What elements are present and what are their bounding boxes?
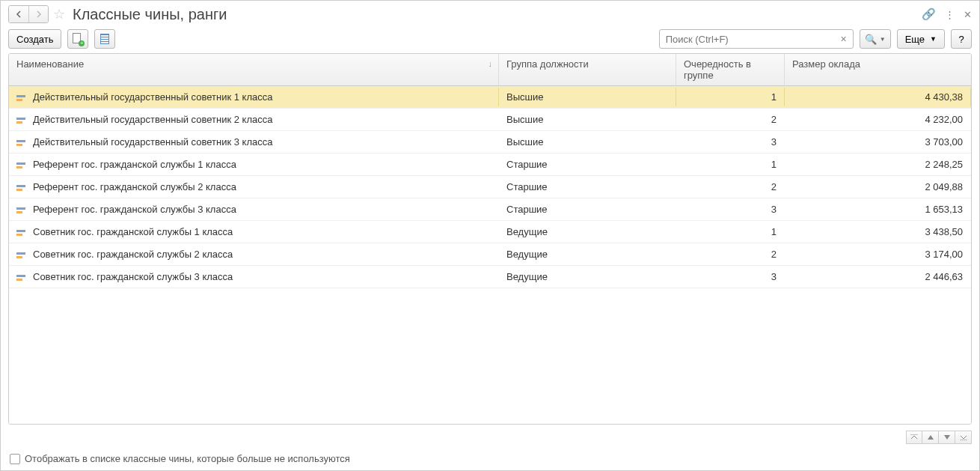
cell-salary: 2 049,88 xyxy=(785,177,971,196)
cell-salary: 4 232,00 xyxy=(785,110,971,129)
cell-salary: 4 430,38 xyxy=(785,88,971,106)
arrow-left-icon xyxy=(15,10,22,18)
magnify-icon: 🔍 xyxy=(865,34,877,45)
pager-up-button[interactable] xyxy=(922,431,939,444)
column-header-salary[interactable]: Размер оклада xyxy=(785,54,971,85)
pager-first-button[interactable] xyxy=(906,431,922,444)
page-title: Классные чины, ранги xyxy=(73,6,227,23)
cell-group: Высшие xyxy=(499,110,676,129)
column-header-name[interactable]: Наименование ↓ xyxy=(9,54,499,85)
show-obsolete-checkbox[interactable] xyxy=(10,454,20,464)
favorite-star-icon[interactable]: ☆ xyxy=(53,6,65,22)
cell-order: 1 xyxy=(676,222,785,241)
search-field-wrap: × xyxy=(659,29,854,49)
column-header-order[interactable]: Очередность в группе xyxy=(676,54,785,85)
forward-button[interactable] xyxy=(28,6,48,22)
table-row[interactable]: Действительный государственный советник … xyxy=(9,131,971,154)
cell-name-text: Референт гос. гражданской службы 2 класс… xyxy=(33,181,236,192)
document-copy-icon: + xyxy=(73,33,83,45)
pager-first-icon xyxy=(910,434,918,440)
cell-salary: 3 174,00 xyxy=(785,245,971,264)
table-row[interactable]: Советник гос. гражданской службы 3 класс… xyxy=(9,266,971,288)
cell-order: 3 xyxy=(676,267,785,286)
help-button[interactable]: ? xyxy=(951,29,972,49)
cell-group: Высшие xyxy=(499,88,676,106)
toolbar: Создать + × 🔍 ▼ Еще ▼ ? xyxy=(1,25,979,53)
cell-name: Референт гос. гражданской службы 3 класс… xyxy=(9,200,499,219)
search-clear-icon[interactable]: × xyxy=(837,33,849,45)
row-item-icon xyxy=(16,162,27,168)
row-item-icon xyxy=(16,185,27,191)
cell-name-text: Референт гос. гражданской службы 1 класс… xyxy=(33,159,236,170)
cell-group: Высшие xyxy=(499,133,676,151)
more-actions-button[interactable]: Еще ▼ xyxy=(897,29,945,49)
table-row[interactable]: Советник гос. гражданской службы 2 класс… xyxy=(9,243,971,266)
close-icon[interactable]: ✕ xyxy=(964,9,972,20)
cell-name: Референт гос. гражданской службы 2 класс… xyxy=(9,177,499,196)
column-label: Наименование xyxy=(16,58,84,70)
cell-group: Ведущие xyxy=(499,267,676,286)
row-item-icon xyxy=(16,275,27,281)
cell-order: 3 xyxy=(676,133,785,151)
cell-name-text: Действительный государственный советник … xyxy=(33,114,272,125)
search-input[interactable] xyxy=(666,34,838,45)
row-item-icon xyxy=(16,230,27,236)
kebab-menu-icon[interactable]: ⋮ xyxy=(945,9,955,20)
pager-down-button[interactable] xyxy=(939,431,955,444)
cell-order: 1 xyxy=(676,155,785,174)
arrow-right-icon xyxy=(35,10,43,18)
search-options-button[interactable]: 🔍 ▼ xyxy=(860,29,891,49)
cell-order: 2 xyxy=(676,177,785,196)
row-item-icon xyxy=(16,118,27,124)
cell-name-text: Действительный государственный советник … xyxy=(33,136,272,148)
back-button[interactable] xyxy=(9,6,28,22)
footer: Отображать в списке классные чины, котор… xyxy=(1,447,979,470)
cell-name-text: Советник гос. гражданской службы 3 класс… xyxy=(33,271,233,282)
column-header-group[interactable]: Группа должности xyxy=(499,54,676,85)
table-row[interactable]: Референт гос. гражданской службы 2 класс… xyxy=(9,176,971,198)
cell-group: Ведущие xyxy=(499,245,676,264)
cell-group: Старшие xyxy=(499,200,676,219)
table-row[interactable]: Действительный государственный советник … xyxy=(9,86,971,109)
cell-name: Действительный государственный советник … xyxy=(9,133,499,151)
cell-salary: 2 248,25 xyxy=(785,155,971,174)
cell-order: 3 xyxy=(676,200,785,219)
pager-last-button[interactable] xyxy=(955,431,972,444)
cell-name: Советник гос. гражданской службы 3 класс… xyxy=(9,267,499,286)
chevron-down-icon: ▼ xyxy=(880,36,886,43)
table-row[interactable]: Действительный государственный советник … xyxy=(9,109,971,131)
cell-salary: 3 703,00 xyxy=(785,133,971,151)
more-label: Еще xyxy=(905,34,925,45)
table-body: Действительный государственный советник … xyxy=(9,86,971,424)
pager-up-icon xyxy=(928,435,934,440)
chevron-down-icon: ▼ xyxy=(930,35,937,43)
cell-name-text: Референт гос. гражданской службы 3 класс… xyxy=(33,204,236,215)
cell-name-text: Советник гос. гражданской службы 2 класс… xyxy=(33,249,233,260)
cell-name: Действительный государственный советник … xyxy=(9,88,499,106)
pager-last-icon xyxy=(960,434,967,440)
table-row[interactable]: Референт гос. гражданской службы 3 класс… xyxy=(9,198,971,221)
create-button[interactable]: Создать xyxy=(8,29,61,49)
cell-group: Ведущие xyxy=(499,222,676,241)
link-icon[interactable]: 🔗 xyxy=(922,7,936,21)
show-obsolete-label: Отображать в списке классные чины, котор… xyxy=(25,453,350,464)
cell-name-text: Советник гос. гражданской службы 1 класс… xyxy=(33,226,233,237)
titlebar: ☆ Классные чины, ранги 🔗 ⋮ ✕ xyxy=(1,1,979,25)
row-item-icon xyxy=(16,95,27,101)
cell-name-text: Действительный государственный советник … xyxy=(33,91,272,103)
table-row[interactable]: Советник гос. гражданской службы 1 класс… xyxy=(9,221,971,243)
nav-buttons xyxy=(8,5,49,23)
row-item-icon xyxy=(16,252,27,258)
create-copy-button[interactable]: + xyxy=(67,29,88,49)
cell-name: Советник гос. гражданской службы 1 класс… xyxy=(9,222,499,241)
cell-name: Референт гос. гражданской службы 1 класс… xyxy=(9,155,499,174)
list-icon xyxy=(100,34,109,44)
table-row[interactable]: Референт гос. гражданской службы 1 класс… xyxy=(9,154,971,176)
cell-salary: 3 438,50 xyxy=(785,222,971,241)
list-view-button[interactable] xyxy=(94,29,115,49)
cell-order: 2 xyxy=(676,245,785,264)
cell-order: 1 xyxy=(676,88,785,106)
sort-arrow-icon: ↓ xyxy=(489,59,493,68)
pager xyxy=(1,428,979,447)
cell-name: Действительный государственный советник … xyxy=(9,110,499,129)
